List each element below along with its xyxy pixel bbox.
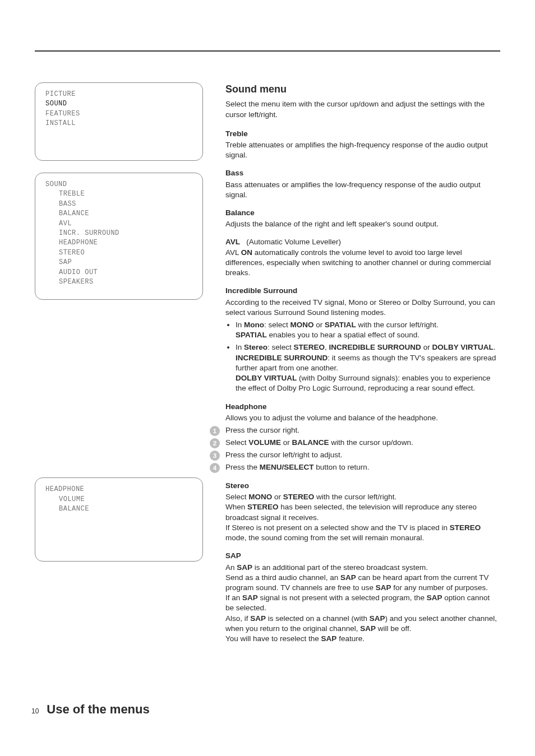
step-4: 4 Press the MENU/SELECT button to return… [210, 462, 500, 473]
avl-block: AVL (Automatic Volume Leveller) AVL ON a… [225, 237, 500, 278]
t: : select [264, 321, 290, 329]
t: SAP [376, 583, 391, 592]
t: SAP [242, 593, 258, 602]
step-2: 2 Select VOLUME or BALANCE with the curs… [210, 438, 500, 448]
balance-block: Balance Adjusts the balance of the right… [225, 208, 500, 229]
t: for any number of purposes. [391, 583, 488, 592]
avl-paren: (Automatic Volume Leveller) [246, 238, 341, 246]
page-number: 10 [31, 707, 39, 715]
t: VOLUME [248, 438, 281, 447]
t: Also, if [225, 614, 250, 623]
t: DOLBY VIRTUAL [236, 374, 297, 382]
t: enables you to hear a spatial effect of … [267, 331, 419, 339]
headphone-block: Headphone Allows you to adjust the volum… [225, 402, 500, 473]
t: or [272, 493, 283, 501]
t: MONO [290, 321, 314, 329]
sap-body: An SAP is an additional part of the ster… [225, 563, 500, 644]
t: SAP [427, 593, 442, 602]
t: DOLBY VIRTUAL [432, 343, 493, 351]
page-footer: 10 Use of the menus [35, 702, 500, 717]
t: STEREO [247, 503, 279, 511]
main-menu-card: PICTURE SOUND FEATURES INSTALL [35, 82, 203, 161]
t: or [421, 343, 432, 351]
incr-bullet-stereo: In Stereo: select STEREO, INCREDIBLE SUR… [236, 342, 500, 393]
headphone-submenu-title: HEADPHONE [45, 485, 192, 494]
t: is an additional part of the stereo broa… [252, 563, 428, 572]
t: STEREO [294, 343, 325, 351]
t: , [325, 343, 329, 351]
t: will be off. [376, 624, 412, 633]
sound-item-bass: BASS [59, 200, 192, 209]
bass-body: Bass attenuates or amplifies the low-fre… [225, 180, 500, 200]
t: Press the [225, 463, 260, 471]
step-3: 3 Press the cursor left/right to adjust. [210, 450, 500, 461]
treble-head: Treble [225, 129, 500, 139]
headphone-steps: 1 Press the cursor right. 2 Select VOLUM… [225, 425, 500, 473]
incr-bullet-mono: In Mono: select MONO or SPATIAL with the… [236, 320, 500, 340]
avl-body: AVL ON automatically controls the volume… [225, 248, 500, 279]
incr-surround-block: Incredible Surround According to the rec… [225, 286, 500, 393]
stereo-body: Select MONO or STEREO with the cursor le… [225, 492, 500, 543]
sap-head: SAP [225, 551, 500, 561]
avl-body-b: ON [241, 248, 252, 257]
t: SAP [370, 614, 385, 623]
t: button to return. [314, 463, 370, 471]
t: STEREO [450, 523, 481, 532]
sound-item-incr-surround: INCR. SURROUND [59, 229, 192, 238]
t: signal is not present with a selected pr… [258, 593, 427, 602]
t: If an [225, 593, 242, 602]
avl-body-a: AVL [225, 248, 241, 257]
t: SAP [340, 573, 356, 582]
step-2-text: Select VOLUME or BALANCE with the cursor… [225, 438, 500, 448]
headphone-head: Headphone [225, 402, 500, 412]
content-column: Sound menu Select the menu item with the… [225, 82, 500, 652]
menu-item-install: INSTALL [45, 119, 192, 128]
t: When [225, 503, 247, 511]
t: INCREDIBLE SURROUND [329, 343, 421, 351]
t: SAP [360, 624, 376, 633]
t: or [314, 321, 325, 329]
headphone-item-volume: VOLUME [59, 495, 192, 504]
step-3-text: Press the cursor left/right to adjust. [225, 450, 500, 461]
t: If Stereo is not present on a selected s… [225, 523, 450, 532]
step-4-text: Press the MENU/SELECT button to return. [225, 462, 500, 473]
step-1-text: Press the cursor right. [225, 425, 500, 436]
t: feature. [336, 634, 365, 643]
bass-head: Bass [225, 168, 500, 178]
spacer [35, 310, 203, 466]
sound-submenu-title: SOUND [45, 180, 192, 189]
t: Stereo [244, 343, 268, 351]
headphone-item-balance: BALANCE [59, 504, 192, 514]
stereo-block: Stereo Select MONO or STEREO with the cu… [225, 481, 500, 543]
t: with the cursor left/right. [314, 493, 396, 501]
sound-submenu-card: SOUND TREBLE BASS BALANCE AVL INCR. SURR… [35, 173, 203, 300]
balance-head: Balance [225, 208, 500, 218]
left-column: PICTURE SOUND FEATURES INSTALL SOUND TRE… [35, 82, 203, 652]
t: SAP [237, 563, 252, 572]
incr-head: Incredible Surround [225, 286, 500, 296]
sound-item-stereo: STEREO [59, 248, 192, 258]
footer-title: Use of the menus [47, 702, 149, 717]
t: BALANCE [292, 438, 329, 447]
t: SPATIAL [236, 331, 267, 339]
t: STEREO [283, 493, 315, 501]
top-divider [35, 50, 500, 52]
t: An [225, 563, 237, 572]
headphone-body: Allows you to adjust the volume and bala… [225, 413, 500, 423]
balance-body: Adjusts the balance of the right and lef… [225, 219, 500, 229]
t: Select [225, 493, 248, 501]
menu-item-sound: SOUND [45, 99, 192, 109]
t: SPATIAL [325, 321, 356, 329]
incr-body: According to the received TV signal, Mon… [225, 298, 500, 318]
t: Select [225, 438, 248, 447]
sound-item-treble: TREBLE [59, 189, 192, 199]
t: with the cursor up/down. [329, 438, 413, 447]
avl-head-line: AVL (Automatic Volume Leveller) [225, 237, 500, 247]
sound-item-headphone: HEADPHONE [59, 238, 192, 248]
intro-text: Select the menu item with the cursor up/… [225, 99, 500, 119]
bass-block: Bass Bass attenuates or amplifies the lo… [225, 168, 500, 200]
step-number-icon: 3 [210, 451, 220, 461]
t: mode, the sound coming from the set will… [225, 534, 424, 542]
t: or [281, 438, 292, 447]
t: SAP [321, 634, 337, 643]
